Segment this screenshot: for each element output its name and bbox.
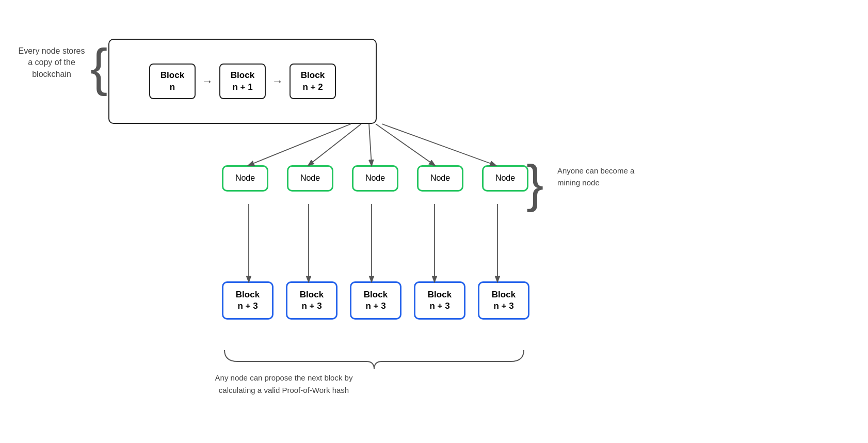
block-n3-5: Blockn + 3 bbox=[478, 281, 529, 320]
svg-line-2 bbox=[369, 124, 372, 165]
mining-label: Anyone can become a mining node bbox=[557, 165, 640, 188]
diagram-container: Every node stores a copy of the blockcha… bbox=[0, 0, 868, 443]
right-brace-nodes: } bbox=[526, 157, 543, 209]
block-n3-4: Blockn + 3 bbox=[414, 281, 465, 320]
node-2: Node bbox=[287, 165, 333, 192]
arrow-1: → bbox=[202, 75, 213, 88]
node-4: Node bbox=[417, 165, 463, 192]
nodes-row: Node Node Node Node Node bbox=[222, 165, 528, 192]
blockchain-box: Block n → Block n + 1 → Block n + 2 bbox=[108, 39, 377, 124]
block-n3-1: Blockn + 3 bbox=[222, 281, 274, 320]
block-n1: Block n + 1 bbox=[219, 64, 266, 99]
blocks-n3-row: Blockn + 3 Blockn + 3 Blockn + 3 Blockn … bbox=[222, 281, 529, 320]
svg-line-1 bbox=[309, 124, 361, 165]
node-1: Node bbox=[222, 165, 268, 192]
blockchain-label: Every node stores a copy of the blockcha… bbox=[15, 45, 88, 80]
bottom-label: Any node can propose the next block byca… bbox=[155, 372, 413, 397]
arrow-2: → bbox=[272, 75, 283, 88]
block-n3-2: Blockn + 3 bbox=[286, 281, 337, 320]
left-brace: { bbox=[90, 41, 107, 93]
block-n: Block n bbox=[149, 64, 196, 99]
svg-line-3 bbox=[376, 124, 435, 165]
node-5: Node bbox=[482, 165, 528, 192]
block-n2: Block n + 2 bbox=[290, 64, 336, 99]
svg-line-4 bbox=[382, 124, 495, 165]
block-n3-3: Blockn + 3 bbox=[350, 281, 401, 320]
svg-line-0 bbox=[249, 124, 351, 165]
node-3: Node bbox=[352, 165, 398, 192]
